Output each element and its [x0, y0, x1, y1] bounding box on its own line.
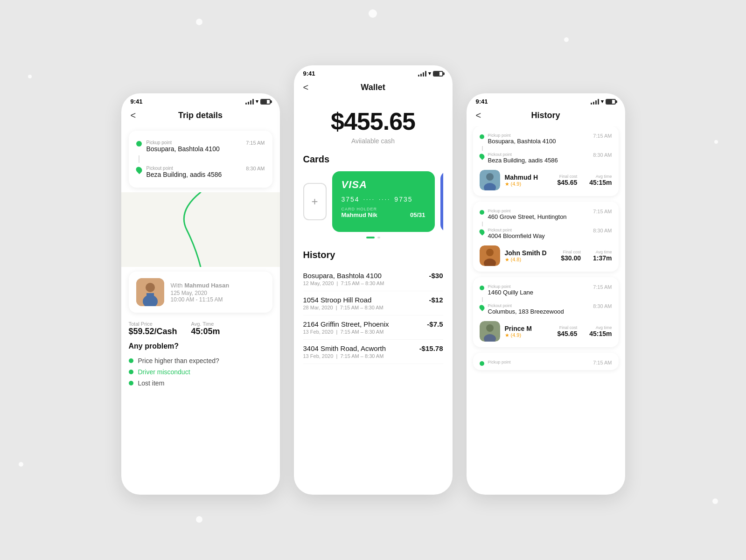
- avg-time-label: Avg. Time: [191, 321, 220, 327]
- route-pickup-name-1: Bosupara, Bashtola 4100: [488, 138, 590, 145]
- signal-icon-center: [418, 71, 426, 77]
- driver-row-rating-2: ★ (4.8): [505, 257, 557, 263]
- avg-time-label-2: Avg time: [593, 250, 612, 254]
- route-pickup-label-3: Pickup point: [488, 284, 590, 289]
- card-holder-group: CARD HOLDER Mahmud Nik: [342, 207, 377, 218]
- battery-icon-right: [606, 99, 616, 105]
- history-address-1: Bosupara, Bashtola 4100: [303, 272, 382, 280]
- card-brand: VISA: [342, 179, 425, 191]
- cost-group-1: Final cost $45.65: [557, 174, 577, 186]
- pickout-name: Beza Building, aadis 4586: [146, 171, 242, 178]
- card-holder-label: CARD HOLDER: [342, 207, 377, 211]
- history-scroll: Pickup point Bosupara, Bashtola 4100 7:1…: [467, 126, 625, 376]
- route-pickout-time-3: 8:30 AM: [593, 303, 612, 309]
- total-price-value: $59.52/Cash: [129, 327, 177, 336]
- problem-item-3[interactable]: Lost item: [129, 378, 272, 389]
- pickup-name: Bosupara, Bashtola 4100: [146, 145, 242, 153]
- signal-icon-right: [591, 99, 599, 105]
- history-amount-1: -$30: [429, 272, 443, 280]
- route-pickup-label-1: Pickup point: [488, 133, 590, 138]
- card-expiry: 05/31: [410, 211, 425, 218]
- history-item-3[interactable]: 2164 Griffin Street, Phoenix -$7.5 13 Fe…: [303, 315, 443, 340]
- credit-card[interactable]: VISA 3754 ···· ···· 9735 CARD HOLDER Mah…: [332, 171, 435, 232]
- back-button-right[interactable]: <: [476, 110, 481, 121]
- wifi-icon-right: ▾: [601, 98, 604, 105]
- route-pickout-name-1: Beza Building, aadis 4586: [488, 157, 590, 164]
- status-time-left: 9:41: [131, 98, 143, 105]
- route-pickout-time-2: 8:30 AM: [593, 228, 612, 233]
- history-trip-3[interactable]: Pickup point 1460 Quilly Lane 7:15 AM Pi…: [473, 277, 619, 347]
- history-item-1[interactable]: Bosupara, Bashtola 4100 -$30 12 May, 202…: [303, 267, 443, 291]
- wallet-amount: $455.65: [303, 107, 443, 135]
- pickup-label: Pickup point: [146, 140, 242, 145]
- route-dot-green-1: [480, 134, 484, 139]
- route-pickup-time-3: 7:15 AM: [593, 284, 612, 290]
- wallet-label: Aviialable cash: [303, 137, 443, 145]
- problems-title: Any problem?: [129, 342, 272, 350]
- problem-item-1[interactable]: Price higher than expected?: [129, 355, 272, 366]
- route-pickout-label-1: Pickout point: [488, 152, 590, 157]
- pickout-time: 8:30 AM: [246, 166, 265, 171]
- history-trip-4[interactable]: Pickup point 7:15 AM: [473, 353, 619, 370]
- cost-value-2: $30.00: [561, 254, 581, 262]
- problems-section: Any problem? Price higher than expected?…: [121, 336, 280, 394]
- card-secondary[interactable]: [440, 171, 443, 232]
- status-icons-right: ▾: [591, 98, 616, 105]
- map-path-svg: [121, 192, 280, 267]
- problem-text-2: Driver misconduct: [138, 368, 190, 376]
- svg-point-8: [486, 249, 494, 256]
- status-icons-left: ▾: [245, 98, 271, 105]
- cost-value-3: $45.65: [557, 330, 577, 337]
- wallet-history-section: History Bosupara, Bashtola 4100 -$30 12 …: [294, 243, 453, 364]
- driver-row-name-1: Mahmud H: [505, 174, 553, 181]
- route-pickout-time-1: 8:30 AM: [593, 152, 612, 158]
- driver-with-label: With Mahmud Hasan: [171, 282, 265, 289]
- history-trip-2[interactable]: Pickup point 460 Grove Street, Huntingto…: [473, 202, 619, 272]
- avg-time-label-1: Avg time: [589, 174, 612, 179]
- wallet-phone: 9:41 ▾ < Wallet $455.65 Aviialable cash …: [294, 65, 453, 495]
- problem-text-1: Price higher than expected?: [138, 357, 219, 364]
- cost-group-3: Final cost $45.65: [557, 325, 577, 337]
- cost-value-1: $45.65: [557, 179, 577, 186]
- time-group-3: Avg time 45:15m: [589, 325, 612, 337]
- indicator-dot-1: [366, 237, 375, 238]
- back-button-left[interactable]: <: [131, 110, 136, 121]
- back-button-center[interactable]: <: [303, 82, 309, 93]
- history-item-2[interactable]: 1054 Stroop Hill Road -$12 28 Mar, 2020 …: [303, 291, 443, 315]
- driver-row-rating-1: ★ (4.9): [505, 181, 553, 187]
- wifi-icon-center: ▾: [428, 70, 431, 77]
- card-bottom: CARD HOLDER Mahmud Nik 05/31: [342, 207, 425, 218]
- trip-card: Pickup point Bosupara, Bashtola 4100 7:1…: [129, 131, 272, 188]
- history-item-4[interactable]: 3404 Smith Road, Acworth -$15.78 13 Feb,…: [303, 340, 443, 364]
- driver-avatar: [136, 278, 164, 306]
- route-pin-1: [478, 153, 486, 160]
- card-number-row: 3754 ···· ···· 9735: [342, 196, 425, 203]
- wifi-icon: ▾: [256, 98, 258, 105]
- card-number-start: 3754: [342, 196, 360, 203]
- card-holder-name: Mahmud Nik: [342, 211, 377, 218]
- driver-row-name-3: Prince M: [505, 325, 553, 332]
- history-header: < History: [467, 107, 625, 126]
- history-meta-1: 12 May, 2020 | 7:15 AM – 8:30 AM: [303, 280, 443, 286]
- problem-item-2[interactable]: Driver misconduct: [129, 366, 272, 378]
- signal-icon: [245, 99, 254, 105]
- route-pickout-label-3: Pickout point: [488, 303, 590, 308]
- driver-name: Mahmud Hasan: [184, 282, 229, 289]
- add-card-button[interactable]: +: [303, 183, 327, 220]
- problem-text-3: Lost item: [138, 379, 165, 387]
- route-dot-green-2: [480, 210, 484, 215]
- history-trip-1[interactable]: Pickup point Bosupara, Bashtola 4100 7:1…: [473, 126, 619, 196]
- driver-avatar-svg: [136, 278, 164, 306]
- route-dot-green-4: [480, 361, 484, 366]
- svg-point-11: [486, 324, 494, 332]
- pickout-point: Pickout point Beza Building, aadis 4586 …: [136, 163, 265, 181]
- status-time-center: 9:41: [303, 70, 315, 77]
- avg-time-label-3: Avg time: [589, 325, 612, 330]
- wallet-history-title: History: [303, 250, 443, 260]
- route-pickup-time-2: 7:15 AM: [593, 209, 612, 214]
- route-pin-3: [478, 304, 486, 311]
- total-price-label: Total Price: [129, 321, 177, 327]
- trip-details-header: < Trip details: [121, 107, 280, 126]
- card-dots-2: ····: [379, 196, 390, 203]
- pickup-dot: [136, 141, 142, 147]
